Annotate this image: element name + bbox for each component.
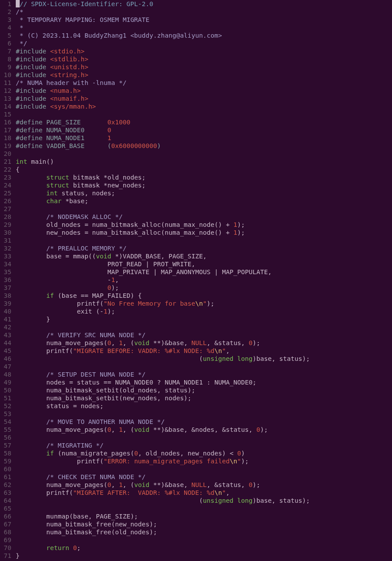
token-nm: 0 [249,339,253,346]
code-line[interactable] [16,465,392,473]
code-line[interactable]: PROT_READ | PROT_WRITE, [16,260,392,268]
line-number: 58 [0,449,11,457]
token-cb: /* MOVE TO ANOTHER NUMA NODE */ [46,418,165,425]
code-line[interactable]: #define NUMA_NODE0 0 [16,126,392,134]
token-pl [16,371,46,378]
code-line[interactable]: #include <stdio.h> [16,47,392,55]
code-line[interactable]: #define NUMA_NODE1 1 [16,134,392,142]
code-line[interactable]: if (numa_migrate_pages(0, old_nodes, new… [16,449,392,457]
token-kw: if [46,450,54,457]
token-nm: 0 [108,339,112,346]
code-line[interactable] [16,410,392,418]
code-line[interactable]: return 0; [16,544,392,552]
code-line[interactable]: struct bitmask *old_nodes; [16,173,392,181]
code-line[interactable] [16,150,392,158]
code-line[interactable]: char *base; [16,197,392,205]
code-line[interactable]: int main() [16,158,392,166]
line-number: 27 [0,205,11,213]
code-line[interactable]: numa_move_pages(0, 1, (void **)&base, &n… [16,426,392,434]
token-st: "ERROR: numa_migrate_pages failed [104,458,230,465]
code-line[interactable]: * [16,24,392,32]
code-line[interactable]: numa_bitmask_free(old_nodes); [16,528,392,536]
token-pl: , old_nodes, new_nodes) < [138,450,237,457]
token-pl: , [226,347,230,354]
code-line[interactable]: #define PAGE_SIZE 0x1000 [16,118,392,126]
code-line[interactable]: } [16,315,392,323]
code-line[interactable]: numa_move_pages(0, 1, (void **)&base, NU… [16,481,392,489]
line-number: 10 [0,71,11,79]
line-number: 2 [0,8,11,16]
code-line[interactable] [16,110,392,118]
code-line[interactable]: numa_bitmask_free(new_nodes); [16,520,392,528]
code-line[interactable]: numa_move_pages(0, 1, (void **)&base, NU… [16,339,392,347]
code-line[interactable] [16,363,392,370]
code-line[interactable]: /* NODEMASK ALLOC */ [16,213,392,221]
code-line[interactable] [16,505,392,512]
line-number: 70 [0,544,11,552]
code-line[interactable]: nodes = status == NUMA_NODE0 ? NUMA_NODE… [16,378,392,386]
code-line[interactable]: /* [16,8,392,16]
token-nm: 0 [256,426,260,433]
code-line[interactable]: (unsigned long)base, status); [16,355,392,363]
code-line[interactable] [16,205,392,213]
code-line[interactable]: // SPDX-License-Identifier: GPL-2.0 [16,0,392,8]
code-line[interactable]: * (C) 2023.11.04 BuddyZhang1 <buddy.zhan… [16,32,392,39]
token-pl: )base, status); [252,497,310,504]
code-line[interactable]: /* VERIFY SRC NUMA NODE */ [16,331,392,339]
token-pl: , [111,426,119,433]
code-line[interactable]: /* CHECK DEST NUMA NODE */ [16,473,392,481]
code-line[interactable]: printf("ERROR: numa_migrate_pages failed… [16,457,392,465]
code-line[interactable]: old_nodes = numa_bitmask_alloc(numa_max_… [16,221,392,229]
code-line[interactable]: /* MOVE TO ANOTHER NUMA NODE */ [16,418,392,426]
code-editor[interactable]: 1234567891011121314151617181920212223242… [0,0,392,561]
code-line[interactable]: munmap(base, PAGE_SIZE); [16,512,392,520]
code-line[interactable]: /* MIGRATING */ [16,441,392,449]
code-line[interactable]: int status, nodes; [16,189,392,197]
token-pl: , [111,481,119,488]
code-line[interactable]: numa_bitmask_setbit(new_nodes, nodes); [16,394,392,402]
code-line[interactable]: numa_bitmask_setbit(old_nodes, status); [16,386,392,394]
code-line[interactable] [16,323,392,331]
code-line[interactable]: 0); [16,284,392,292]
code-line[interactable]: status = nodes; [16,402,392,410]
code-line[interactable]: #include <numa.h> [16,87,392,95]
code-line[interactable]: /* NUMA header with -lnuma */ [16,79,392,87]
code-line[interactable]: #include <unistd.h> [16,63,392,71]
token-hdr: <unistd.h> [50,64,88,71]
code-line[interactable]: (unsigned long)base, status); [16,497,392,505]
code-line[interactable]: * TEMPORARY MAPPING: OSMEM MIGRATE [16,16,392,24]
code-line[interactable]: MAP_PRIVATE | MAP_ANONYMOUS | MAP_POPULA… [16,268,392,276]
code-line[interactable]: } [16,552,392,560]
code-line[interactable]: #include <sys/mman.h> [16,102,392,110]
code-line[interactable]: /* SETUP DEST NUMA NODE */ [16,370,392,378]
token-nm: 0x1000 [108,119,130,126]
code-line[interactable]: #include <numaif.h> [16,95,392,102]
code-line[interactable] [16,536,392,544]
token-pl: new_nodes = numa_bitmask_alloc(numa_max_… [16,229,234,236]
code-line[interactable]: printf("MIGRATE AFTER: VADDR: %#lx NODE:… [16,489,392,497]
token-pl [16,245,46,252]
code-line[interactable]: new_nodes = numa_bitmask_alloc(numa_max_… [16,229,392,236]
code-line[interactable]: /* PREALLOC MEMORY */ [16,244,392,252]
code-line[interactable]: exit (-1); [16,307,392,315]
token-pl: , &status, [207,481,249,488]
code-line[interactable]: #include <stdlib.h> [16,55,392,63]
code-line[interactable]: struct bitmask *new_nodes; [16,181,392,189]
code-line[interactable] [16,434,392,441]
token-ty: unsigned long [203,355,253,362]
token-esc: \n [214,489,222,496]
code-line[interactable]: base = mmap((void *)VADDR_BASE, PAGE_SIZ… [16,252,392,260]
code-line[interactable]: */ [16,39,392,47]
token-pl: } [16,316,50,323]
code-line[interactable]: #define VADDR_BASE (0x6000000000) [16,142,392,150]
token-pl: ; [77,544,81,551]
token-pl [69,544,73,551]
code-line[interactable]: printf("MIGRATE BEFORE: VADDR: %#lx NODE… [16,347,392,355]
code-line[interactable]: #include <string.h> [16,71,392,79]
code-line[interactable]: -1, [16,276,392,284]
code-line[interactable]: printf("No Free Memory for base\n"); [16,300,392,307]
code-line[interactable] [16,236,392,244]
code-line[interactable]: { [16,166,392,173]
code-area[interactable]: // SPDX-License-Identifier: GPL-2.0/* * … [14,0,392,561]
code-line[interactable]: if (base == MAP_FAILED) { [16,292,392,300]
